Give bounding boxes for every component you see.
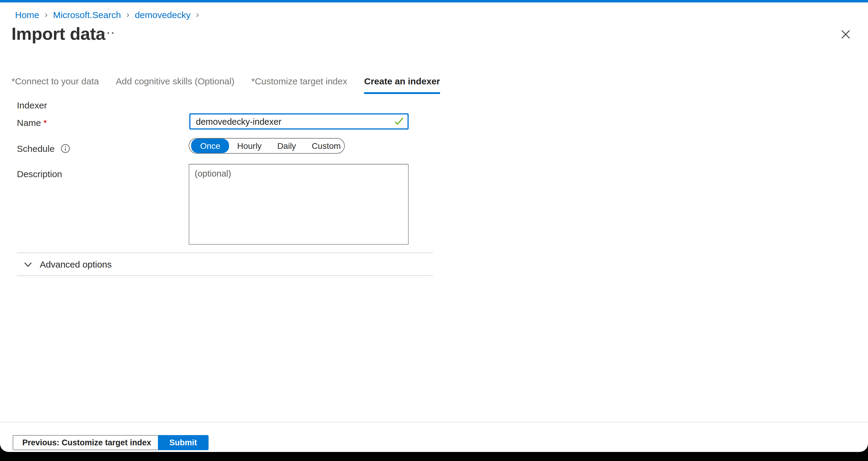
tab-create-an-indexer[interactable]: Create an indexer <box>364 76 440 94</box>
info-icon[interactable] <box>61 144 70 155</box>
schedule-label: Schedule <box>17 144 70 155</box>
page-title: Import data <box>11 24 105 44</box>
breadcrumb-link-demovedecky[interactable]: demovedecky <box>135 10 190 20</box>
schedule-segmented-control: Once Hourly Daily Custom <box>189 138 345 154</box>
wizard-tabs: *Connect to your data Add cognitive skil… <box>11 76 440 94</box>
name-label-text: Name <box>17 118 41 128</box>
close-button[interactable] <box>840 29 851 40</box>
divider <box>17 275 433 276</box>
portal-top-accent-bar <box>0 0 868 2</box>
schedule-option-once[interactable]: Once <box>191 139 229 153</box>
tab-connect-to-your-data[interactable]: *Connect to your data <box>11 76 99 94</box>
advanced-options-label: Advanced options <box>40 259 112 269</box>
breadcrumb-link-microsoft-search[interactable]: Microsoft.Search <box>53 10 121 20</box>
breadcrumb-link-home[interactable]: Home <box>15 10 39 20</box>
breadcrumb: Home › Microsoft.Search › demovedecky › <box>15 10 204 20</box>
required-asterisk: * <box>43 118 47 128</box>
breadcrumb-separator-icon: › <box>44 9 48 19</box>
validation-check-icon <box>394 117 404 125</box>
tab-add-cognitive-skills[interactable]: Add cognitive skills (Optional) <box>116 76 235 94</box>
indexer-name-input[interactable] <box>189 113 409 129</box>
close-icon <box>840 29 851 40</box>
breadcrumb-separator-icon: › <box>196 9 199 19</box>
import-data-blade: Home › Microsoft.Search › demovedecky › … <box>0 0 868 452</box>
name-label: Name* <box>17 118 47 128</box>
page-scale-wrapper: Home › Microsoft.Search › demovedecky › … <box>0 0 868 461</box>
schedule-option-custom[interactable]: Custom <box>304 140 348 152</box>
more-options-button[interactable]: ··· <box>102 28 116 38</box>
previous-step-button[interactable]: Previous: Customize target index <box>13 435 161 450</box>
schedule-option-daily[interactable]: Daily <box>270 140 304 152</box>
breadcrumb-separator-icon: › <box>126 9 129 19</box>
footer-divider <box>0 422 868 423</box>
description-label: Description <box>17 169 62 179</box>
indexer-section-heading: Indexer <box>17 100 47 110</box>
description-textarea[interactable] <box>189 164 409 245</box>
submit-button[interactable]: Submit <box>158 435 209 450</box>
divider <box>17 252 433 253</box>
chevron-down-icon <box>24 262 32 267</box>
schedule-label-text: Schedule <box>17 144 55 154</box>
schedule-option-hourly[interactable]: Hourly <box>229 140 270 152</box>
advanced-options-toggle[interactable]: Advanced options <box>24 259 112 269</box>
tab-customize-target-index[interactable]: *Customize target index <box>251 76 347 94</box>
